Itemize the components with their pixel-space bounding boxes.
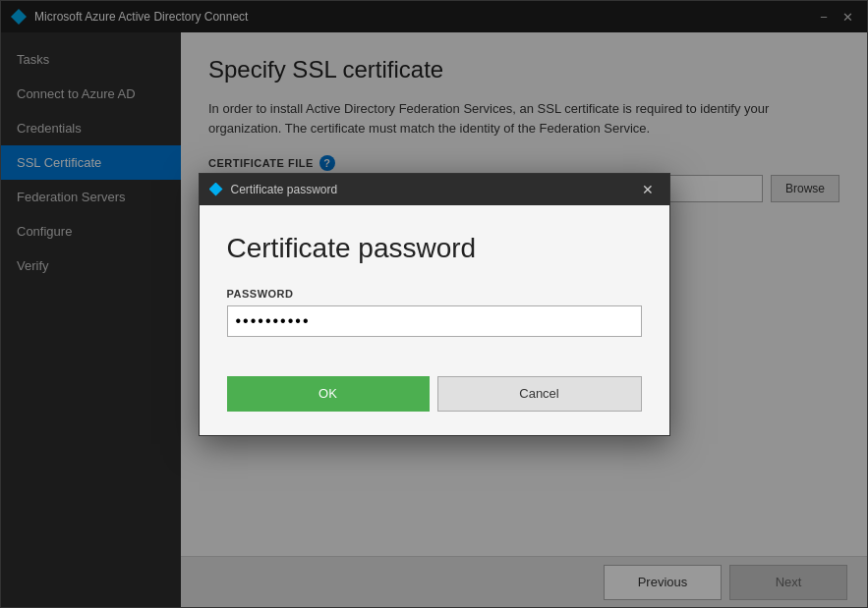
modal-overlay: Certificate password ✕ Certificate passw… xyxy=(1,1,867,607)
modal-close-button[interactable]: ✕ xyxy=(636,178,660,201)
modal-body: Certificate password PASSWORD xyxy=(200,205,669,360)
modal-footer: OK Cancel xyxy=(200,360,669,435)
modal-titlebar: Certificate password ✕ xyxy=(200,174,669,205)
modal-app-icon xyxy=(209,183,223,196)
main-window: Microsoft Azure Active Directory Connect… xyxy=(0,0,868,608)
modal-title-text: Certificate password xyxy=(231,183,636,196)
modal-cancel-button[interactable]: Cancel xyxy=(437,376,642,412)
modal-password-input[interactable] xyxy=(227,305,642,337)
modal-heading: Certificate password xyxy=(227,233,642,264)
modal-password-label: PASSWORD xyxy=(227,288,642,300)
modal-ok-button[interactable]: OK xyxy=(227,376,430,412)
certificate-password-dialog: Certificate password ✕ Certificate passw… xyxy=(199,173,670,436)
